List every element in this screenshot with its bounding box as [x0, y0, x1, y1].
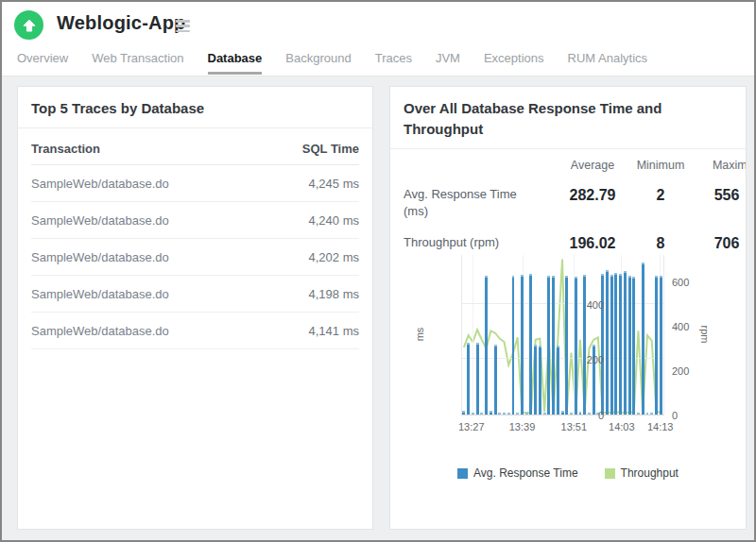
table-row-1[interactable]: SampleWeb/database.do4,245 ms: [31, 165, 359, 202]
response-time-bar: [480, 413, 483, 415]
traces-table-body: SampleWeb/database.do4,245 msSampleWeb/d…: [31, 165, 359, 349]
db-response-panel: Over All Database Response Time and Thro…: [389, 86, 747, 530]
left-axis-tick-200: 200: [547, 354, 604, 365]
transaction-cell: SampleWeb/database.do: [31, 250, 169, 264]
column-header-transaction: Transaction: [31, 142, 100, 156]
response-time-bar: [632, 277, 635, 415]
response-time-bar: [624, 271, 627, 415]
x-axis-tick-1351: 13:51: [561, 421, 588, 432]
response-throughput-chart: ms rpm 0200400020040060013:2713:3913:511…: [390, 246, 747, 491]
stats-value-1-1: 282.79: [555, 186, 630, 205]
tab-traces[interactable]: Traces: [375, 51, 412, 75]
tab-jvm[interactable]: JVM: [436, 51, 460, 75]
legend-label: Avg. Response Time: [473, 466, 578, 480]
top-traces-panel: Top 5 Traces by Database Transaction SQL…: [17, 86, 373, 530]
response-time-bar: [472, 413, 474, 415]
response-time-bar: [529, 274, 532, 415]
response-time-bar: [467, 343, 470, 415]
left-axis-tick-0: 0: [547, 410, 604, 421]
legend-label: Throughput: [621, 466, 679, 480]
sql-time-cell: 4,240 ms: [309, 213, 359, 228]
sql-time-cell: 4,141 ms: [309, 324, 359, 338]
tab-database[interactable]: Database: [208, 51, 263, 75]
legend-item-avg-response-time[interactable]: Avg. Response Time: [457, 466, 578, 480]
response-time-bar: [655, 276, 658, 415]
y-axis-label-ms: ms: [414, 328, 425, 342]
panel-title-db-response: Over All Database Response Time and Thro…: [390, 87, 746, 149]
response-time-bar: [490, 411, 492, 415]
sql-time-cell: 4,245 ms: [309, 177, 359, 191]
response-time-bar: [462, 411, 465, 415]
right-axis-tick-400: 400: [672, 321, 710, 332]
tab-bar: OverviewWeb TransactionDatabaseBackgroun…: [17, 51, 647, 75]
response-time-bar: [512, 276, 515, 415]
response-time-bar: [516, 413, 519, 415]
response-time-bar: [525, 413, 528, 415]
response-time-bar: [507, 413, 510, 415]
up-arrow-icon: [23, 19, 36, 32]
x-axis-tick-1413: 14:13: [647, 421, 674, 432]
right-axis-tick-600: 600: [672, 277, 710, 288]
chart-plot-area: [461, 255, 664, 415]
response-time-bar: [650, 413, 653, 415]
sql-time-cell: 4,198 ms: [309, 287, 359, 301]
right-axis-tick-200: 200: [672, 365, 710, 377]
response-time-bar: [534, 345, 537, 415]
response-time-bar: [601, 274, 604, 415]
response-time-bar: [552, 276, 555, 415]
x-axis-tick-1403: 14:03: [609, 421, 635, 432]
response-time-bar: [637, 413, 640, 415]
left-axis-tick-400: 400: [547, 299, 604, 311]
chart-legend: Avg. Response TimeThroughput: [390, 466, 746, 480]
gridline-vertical: [472, 255, 473, 415]
stats-column-maximum: Maximum: [702, 159, 747, 172]
stats-column-average: Average: [555, 159, 630, 172]
transaction-cell: SampleWeb/database.do: [31, 287, 169, 301]
response-time-bar: [498, 413, 501, 415]
response-time-bar: [610, 275, 613, 415]
response-time-bar: [476, 343, 479, 415]
response-time-bar: [521, 275, 524, 415]
content-area: Top 5 Traces by Database Transaction SQL…: [2, 76, 754, 540]
tab-rum-analytics[interactable]: RUM Analytics: [568, 51, 648, 75]
response-time-bar: [485, 276, 488, 415]
response-time-bar: [503, 413, 506, 415]
x-axis-tick-1327: 13:27: [458, 421, 485, 432]
hamburger-menu-icon[interactable]: [176, 20, 190, 32]
stats-value-1-3: 556: [691, 186, 747, 205]
legend-swatch-icon: [605, 468, 615, 479]
response-time-bar: [539, 346, 541, 415]
response-time-bar: [619, 274, 622, 415]
response-time-bar: [494, 345, 497, 415]
response-time-bar: [642, 263, 644, 415]
response-time-bar: [628, 276, 631, 415]
table-row-3[interactable]: SampleWeb/database.do4,202 ms: [31, 239, 359, 276]
stats-table: AverageMinimumMaximumAvg. Response Time …: [404, 159, 746, 253]
x-axis-tick-1339: 13:39: [509, 421, 536, 432]
tab-web-transaction[interactable]: Web Transaction: [92, 51, 183, 75]
transaction-cell: SampleWeb/database.do: [31, 213, 169, 228]
table-row-5[interactable]: SampleWeb/database.do4,141 ms: [31, 313, 359, 349]
response-time-bar: [543, 413, 546, 415]
response-time-bar: [606, 270, 609, 415]
response-time-bar: [646, 413, 649, 415]
transaction-cell: SampleWeb/database.do: [31, 177, 169, 191]
app-status-up-icon: [14, 10, 43, 40]
stats-column-minimum: Minimum: [630, 159, 691, 172]
traces-table: Transaction SQL Time SampleWeb/database.…: [31, 128, 359, 349]
page-title: Weblogic-App: [57, 12, 185, 34]
tab-overview[interactable]: Overview: [17, 51, 68, 75]
response-time-bar: [565, 276, 568, 415]
right-axis-tick-0: 0: [672, 410, 710, 421]
response-time-bar: [583, 275, 586, 415]
tab-exceptions[interactable]: Exceptions: [484, 51, 544, 75]
response-time-bar: [547, 276, 550, 415]
header: Weblogic-App OverviewWeb TransactionData…: [2, 2, 754, 76]
legend-swatch-icon: [457, 468, 468, 479]
table-row-2[interactable]: SampleWeb/database.do4,240 ms: [31, 202, 359, 239]
legend-item-throughput[interactable]: Throughput: [605, 466, 679, 480]
column-header-sql-time: SQL Time: [302, 142, 359, 156]
panel-title-top-traces: Top 5 Traces by Database: [18, 87, 372, 128]
tab-background[interactable]: Background: [285, 51, 351, 75]
table-row-4[interactable]: SampleWeb/database.do4,198 ms: [31, 276, 359, 313]
